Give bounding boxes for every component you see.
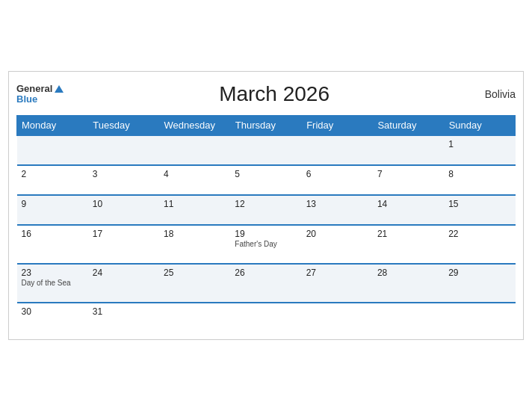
calendar-cell: 16: [17, 225, 88, 264]
week-row-5: 23Day of the Sea242526272829: [17, 264, 516, 303]
calendar-cell: [444, 303, 515, 332]
calendar-cell: [159, 303, 230, 332]
day-number: 28: [377, 268, 439, 278]
day-number: 14: [377, 199, 439, 209]
calendar-cell: 17: [88, 225, 159, 264]
day-event: Father's Day: [235, 240, 297, 248]
day-event: Day of the Sea: [22, 279, 84, 287]
calendar-table: MondayTuesdayWednesdayThursdayFridaySatu…: [16, 115, 516, 332]
week-row-2: 2345678: [17, 165, 516, 195]
calendar-cell: 14: [373, 195, 444, 225]
day-number: 3: [93, 169, 155, 179]
calendar-cell: 8: [444, 165, 515, 195]
weekday-header-row: MondayTuesdayWednesdayThursdayFridaySatu…: [17, 116, 516, 136]
calendar-header: General Blue March 2026 Bolivia: [16, 79, 516, 109]
day-number: 24: [93, 268, 155, 278]
calendar-cell: [373, 135, 444, 165]
calendar-title: March 2026: [64, 82, 484, 106]
day-number: 16: [22, 229, 84, 239]
calendar-thead: MondayTuesdayWednesdayThursdayFridaySatu…: [17, 116, 516, 136]
calendar-cell: 5: [230, 165, 301, 195]
day-number: 22: [448, 229, 510, 239]
day-number: 12: [235, 199, 297, 209]
calendar-cell: [17, 135, 88, 165]
day-number: 15: [448, 199, 510, 209]
day-number: 11: [164, 199, 226, 209]
calendar-cell: 3: [88, 165, 159, 195]
day-number: 9: [22, 199, 84, 209]
calendar-cell: 18: [159, 225, 230, 264]
week-row-6: 3031: [17, 303, 516, 332]
day-number: 27: [306, 268, 368, 278]
weekday-header-friday: Friday: [302, 116, 373, 136]
day-number: 7: [377, 169, 439, 179]
calendar-cell: [302, 135, 373, 165]
weekday-header-monday: Monday: [17, 116, 88, 136]
calendar-cell: 9: [17, 195, 88, 225]
day-number: 18: [164, 229, 226, 239]
day-number: 5: [235, 169, 297, 179]
day-number: 4: [164, 169, 226, 179]
calendar-cell: [230, 135, 301, 165]
day-number: 30: [22, 306, 84, 317]
calendar-cell: 24: [88, 264, 159, 303]
calendar-cell: 29: [444, 264, 515, 303]
weekday-header-sunday: Sunday: [444, 116, 515, 136]
calendar-tbody: 12345678910111213141516171819Father's Da…: [17, 135, 516, 332]
day-number: 1: [448, 139, 510, 149]
day-number: 19: [235, 229, 297, 239]
calendar-cell: 28: [373, 264, 444, 303]
calendar-cell: 19Father's Day: [230, 225, 301, 264]
calendar-cell: 26: [230, 264, 301, 303]
day-number: 21: [377, 229, 439, 239]
day-number: 10: [93, 199, 155, 209]
calendar-cell: 27: [302, 264, 373, 303]
day-number: 13: [306, 199, 368, 209]
calendar-cell: [230, 303, 301, 332]
logo-triangle-icon: [55, 85, 64, 93]
calendar-cell: [373, 303, 444, 332]
day-number: 23: [22, 268, 84, 278]
day-number: 31: [93, 306, 155, 317]
calendar-cell: 30: [17, 303, 88, 332]
weekday-header-saturday: Saturday: [373, 116, 444, 136]
day-number: 29: [448, 268, 510, 278]
weekday-header-thursday: Thursday: [230, 116, 301, 136]
calendar-cell: 21: [373, 225, 444, 264]
day-number: 2: [22, 169, 84, 179]
day-number: 26: [235, 268, 297, 278]
calendar-cell: 7: [373, 165, 444, 195]
calendar-cell: 10: [88, 195, 159, 225]
calendar-cell: 22: [444, 225, 515, 264]
calendar-cell: [302, 303, 373, 332]
calendar-cell: 23Day of the Sea: [17, 264, 88, 303]
logo: General Blue: [16, 84, 64, 105]
calendar-cell: 15: [444, 195, 515, 225]
calendar-cell: 1: [444, 135, 515, 165]
day-number: 8: [448, 169, 510, 179]
day-number: 6: [306, 169, 368, 179]
weekday-header-tuesday: Tuesday: [88, 116, 159, 136]
calendar-cell: [159, 135, 230, 165]
day-number: 20: [306, 229, 368, 239]
day-number: 25: [164, 268, 226, 278]
calendar-cell: 4: [159, 165, 230, 195]
day-number: 17: [93, 229, 155, 239]
week-row-4: 16171819Father's Day202122: [17, 225, 516, 264]
logo-general-text: General: [16, 84, 52, 94]
calendar-cell: 20: [302, 225, 373, 264]
country-label: Bolivia: [485, 88, 516, 100]
week-row-1: 1: [17, 135, 516, 165]
calendar-cell: 13: [302, 195, 373, 225]
calendar-cell: 11: [159, 195, 230, 225]
calendar-container: General Blue March 2026 Bolivia MondayTu…: [8, 71, 524, 340]
calendar-cell: 31: [88, 303, 159, 332]
week-row-3: 9101112131415: [17, 195, 516, 225]
calendar-cell: 12: [230, 195, 301, 225]
calendar-cell: 6: [302, 165, 373, 195]
logo-blue-text: Blue: [16, 94, 37, 105]
calendar-cell: 25: [159, 264, 230, 303]
calendar-cell: [88, 135, 159, 165]
calendar-cell: 2: [17, 165, 88, 195]
weekday-header-wednesday: Wednesday: [159, 116, 230, 136]
